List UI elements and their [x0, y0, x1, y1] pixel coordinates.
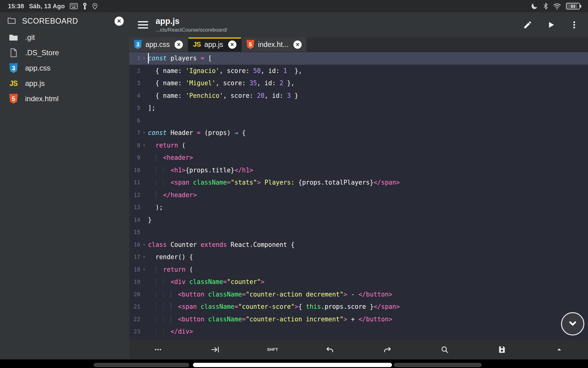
search-button[interactable] — [416, 339, 473, 359]
tab-index.ht...[interactable]: 5index.ht...× — [242, 37, 307, 52]
code-line-2[interactable]: 2 { name: 'Ignacio', score: 50, id: 1 }, — [129, 65, 588, 77]
file-outline-icon — [8, 48, 19, 57]
code-line-7[interactable]: 7▾const Header = (props) ⇒ { — [129, 127, 588, 139]
more-options-button[interactable] — [129, 339, 187, 359]
code-editor[interactable]: 1▾const players = [2 { name: 'Ignacio', … — [129, 52, 588, 339]
code-text: const Header = (props) ⇒ { — [148, 127, 246, 139]
code-line-9[interactable]: 9 <header> — [129, 151, 588, 164]
fold-arrow-icon[interactable]: ▾ — [140, 239, 148, 251]
project-title: SCOREBOARD — [22, 17, 115, 25]
gutter: 16▾ — [129, 239, 148, 251]
save-button[interactable] — [473, 339, 531, 359]
location-icon — [92, 2, 98, 10]
run-button[interactable] — [546, 20, 556, 29]
sidebar-file-.git[interactable]: .git — [0, 30, 129, 45]
code-text: <header> — [148, 151, 193, 164]
line-number: 18 — [129, 263, 140, 276]
gutter: 4 — [129, 90, 148, 102]
file-title-block[interactable]: app.js ...cts/ReactCourse/scoreboard/ — [156, 17, 227, 33]
code-text: const players = [ — [148, 52, 212, 65]
code-text: </div> — [148, 325, 193, 338]
fold-arrow-icon[interactable]: ▾ — [140, 139, 148, 152]
code-text: ]; — [148, 102, 156, 114]
line-number: 14 — [129, 214, 140, 226]
code-line-19[interactable]: 19 <div className="counter"> — [129, 276, 588, 288]
code-line-6[interactable]: 6 — [129, 114, 588, 127]
code-text: <button className="counter-action decrem… — [148, 288, 392, 301]
open-file-path: ...cts/ReactCourse/scoreboard/ — [156, 27, 227, 33]
css-badge-icon: 3 — [8, 63, 19, 73]
code-line-5[interactable]: 5]; — [129, 102, 588, 114]
edit-mode-button[interactable] — [523, 20, 532, 29]
code-text: class Counter extends React.Component { — [148, 239, 295, 251]
code-line-17[interactable]: 17▾ render() { — [129, 251, 588, 263]
gutter: 21 — [129, 301, 148, 313]
code-text: <span className="counter-score">{ this.p… — [148, 301, 400, 313]
code-line-22[interactable]: 22 <button className="counter-action inc… — [129, 313, 588, 326]
close-project-icon[interactable]: × — [115, 17, 124, 26]
fold-arrow-icon[interactable]: ▾ — [140, 52, 148, 65]
code-line-10[interactable]: 10 <h1>{props.title}</h1> — [129, 164, 588, 177]
js-word-icon: JS — [193, 40, 201, 48]
close-tab-icon[interactable]: × — [228, 40, 236, 49]
sidebar-file-app.js[interactable]: JSapp.js — [0, 76, 129, 91]
status-left: 15:38 Sáb, 13 Ago — [8, 2, 98, 10]
status-right: 83 — [530, 2, 580, 10]
tab-key-button[interactable] — [187, 339, 244, 359]
sidebar-file-index.html[interactable]: 5index.html — [0, 91, 129, 106]
code-text: <h1>{props.title}</h1> — [148, 164, 253, 177]
chevron-down-icon — [567, 317, 579, 331]
sidebar-file-.DS_Store[interactable]: .DS_Store — [0, 45, 129, 60]
undo-button[interactable] — [301, 339, 359, 359]
close-tab-icon[interactable]: × — [175, 40, 183, 49]
tab-app.css[interactable]: 3app.css× — [129, 37, 187, 52]
gesture-handle[interactable] — [193, 363, 392, 367]
gutter: 5 — [129, 102, 148, 114]
code-line-21[interactable]: 21 <span className="counter-score">{ thi… — [129, 301, 588, 313]
code-line-23[interactable]: 23 </div> — [129, 325, 588, 338]
tab-app.js[interactable]: JSapp.js× — [188, 37, 241, 52]
scroll-down-button[interactable] — [561, 312, 584, 335]
fold-arrow-icon[interactable]: ▾ — [140, 127, 148, 139]
line-number: 13 — [129, 201, 140, 214]
kebab-menu-icon[interactable] — [570, 20, 579, 29]
close-tab-icon[interactable]: × — [293, 40, 302, 49]
bluetooth-icon — [543, 2, 548, 10]
code-line-8[interactable]: 8▾ return ( — [129, 139, 588, 152]
code-line-14[interactable]: 14} — [129, 214, 588, 226]
code-line-20[interactable]: 20 <button className="counter-action dec… — [129, 288, 588, 301]
undo-icon — [325, 345, 334, 354]
code-text: </header> — [148, 189, 197, 201]
tabkey-icon — [211, 345, 220, 354]
code-line-3[interactable]: 3 { name: 'Miguel', score: 35, id: 2 }, — [129, 77, 588, 90]
code-line-11[interactable]: 11 <span className="stats"> Players: {pr… — [129, 176, 588, 189]
search-icon — [440, 345, 449, 354]
line-number: 16 — [129, 239, 140, 251]
battery-icon: 83 — [566, 3, 580, 10]
code-line-18[interactable]: 18▾ return ( — [129, 263, 588, 276]
line-number: 22 — [129, 313, 140, 326]
gutter: 3 — [129, 77, 148, 90]
menu-icon[interactable] — [138, 21, 148, 29]
gutter: 23 — [129, 325, 148, 338]
line-number: 19 — [129, 276, 140, 288]
shift-key-button[interactable]: SHFT — [244, 339, 301, 359]
tab-label: app.css — [145, 40, 170, 49]
code-line-1[interactable]: 1▾const players = [ — [129, 52, 588, 65]
line-number: 4 — [129, 90, 140, 102]
line-number: 12 — [129, 189, 140, 201]
code-line-15[interactable]: 15 — [129, 226, 588, 239]
redo-button[interactable] — [359, 339, 416, 359]
code-text: { name: 'Miguel', score: 35, id: 2 }, — [148, 77, 295, 90]
code-line-16[interactable]: 16▾class Counter extends React.Component… — [129, 239, 588, 251]
code-line-4[interactable]: 4 { name: 'Penchico', score: 20, id: 3 } — [129, 90, 588, 102]
code-line-12[interactable]: 12 </header> — [129, 189, 588, 201]
fold-arrow-icon[interactable]: ▾ — [140, 263, 148, 276]
code-text: <div className="counter"> — [148, 276, 265, 288]
code-text: return ( — [148, 263, 193, 276]
fold-arrow-icon[interactable]: ▾ — [140, 251, 148, 263]
gutter: 6 — [129, 114, 148, 127]
sidebar-file-app.css[interactable]: 3app.css — [0, 60, 129, 76]
collapse-toolbar-button[interactable] — [531, 339, 588, 359]
code-line-13[interactable]: 13 ); — [129, 201, 588, 214]
